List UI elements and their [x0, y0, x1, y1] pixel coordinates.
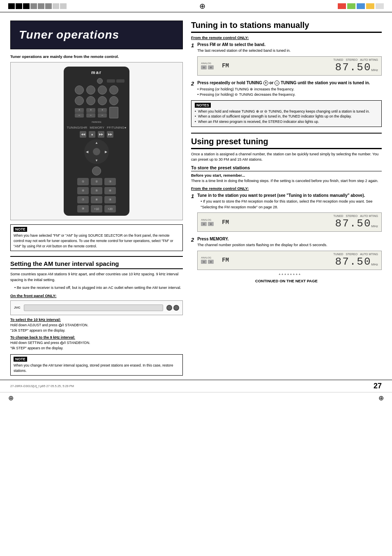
preset-step-num-1: 1 — [191, 193, 194, 199]
remote-source-row — [75, 85, 118, 95]
num-plus20: +20 — [104, 205, 116, 212]
display-fm-p2: FM — [222, 257, 229, 263]
display-left-p1: ANALOG ① ② — [201, 219, 214, 226]
bass-up: + — [98, 108, 107, 112]
display-left-p2: ANALOG ① ② — [201, 256, 214, 264]
remote-btn-round — [98, 85, 107, 95]
tuning-title: Tuning in to stations manually — [191, 21, 382, 33]
bar-seg — [38, 3, 44, 9]
remote-center-btn — [92, 166, 101, 175]
num-2: ② — [91, 178, 102, 185]
remote-btn-round — [75, 85, 84, 95]
display-indicators-p2: TUNED STEREO AUTO MTING — [333, 253, 378, 256]
am-section-title: Setting the AM tuner interval spacing — [10, 260, 183, 269]
remote-top-buttons — [107, 79, 125, 83]
panel-brand-label: JVC — [14, 306, 21, 309]
remote-btn-round — [86, 85, 95, 95]
tuned-indicator-p1: TUNED — [333, 215, 343, 217]
step-num-2: 2 — [191, 81, 194, 87]
tune-up-down: + − — [86, 108, 95, 118]
note-label: NOTE — [14, 227, 27, 232]
bar-seg — [45, 3, 52, 9]
bass-up-down: + − — [98, 108, 107, 118]
step-1-desc: The last received station of the selecte… — [197, 48, 382, 54]
bar-seg — [53, 3, 59, 9]
icon-2: ② — [208, 65, 214, 69]
bar-seg — [30, 3, 37, 9]
display-mhz-p1: MHz — [371, 224, 378, 228]
ff-tuning-label: FF/TUNING● — [107, 126, 127, 129]
analog-label-p2: ANALOG — [201, 256, 214, 259]
am-tuner-section: Setting the AM tuner interval spacing So… — [10, 256, 183, 376]
num-row-3: ⑦ ⑧ ⑨ — [77, 196, 116, 203]
remote-btn-round — [109, 96, 118, 105]
remote-label-row: FM/MODE — [67, 120, 126, 124]
auto-mting-indicator: AUTO MTING — [360, 58, 378, 61]
preset-step-1-content: Tune in to the station you want to prese… — [197, 193, 382, 234]
bar-seg — [60, 3, 67, 9]
num-1: ① — [77, 178, 89, 185]
vol-down: − — [75, 113, 84, 118]
preset-divider — [191, 133, 382, 134]
color-bar-white — [376, 3, 384, 9]
am-section-body: Some countries space AM stations 9 kHz a… — [10, 272, 183, 283]
display-icons-p2: ① ② — [201, 260, 214, 264]
dpad: ▲ ◀ ▶ ▼ — [84, 139, 109, 164]
remote-transport-btns: ◀◀ ■ ▶▶ ▶▶ — [80, 131, 113, 138]
prev-btn: ◀◀ — [80, 131, 86, 138]
display-box-preset-2: ANALOG ① ② FM TUNED STEREO — [197, 251, 382, 270]
bass-down: − — [98, 113, 107, 118]
am-bullet: Be sure the receiver is turned off, but … — [10, 285, 183, 291]
play-btn: ▶▶ — [98, 131, 104, 138]
note-item-2: When a station of sufficient signal stre… — [195, 114, 378, 119]
remote-volume-row: + − + − + − — [75, 107, 118, 118]
bottom-bar: 27-28RX-D301S[U]_f.p65 27 05.5.25, 5:29 … — [0, 380, 392, 392]
remote-btn-tall — [109, 107, 118, 118]
panel-knob-2 — [173, 305, 179, 311]
preset-title: Using preset tuning — [191, 137, 382, 149]
display-mhz-p2: MHz — [371, 263, 378, 266]
vol-up: + — [75, 108, 84, 112]
color-bar-green — [347, 3, 355, 9]
front-panel-illustration: JVC — [10, 300, 183, 315]
display-box-1: ANALOG ① ② FM TUNED STEREO — [197, 56, 382, 76]
auto-mting-indicator-p2: AUTO MTING — [360, 253, 378, 256]
right-column: Tuning in to stations manually From the … — [191, 21, 382, 376]
panel-knob-1 — [166, 305, 172, 311]
remote-btn — [116, 79, 125, 83]
display-freq-1: 87.50 — [335, 61, 371, 74]
step-1-title: Press FM or AM to select the band. — [197, 42, 382, 47]
step-2-bullet2: • Pressing (or holding) ⊖ TUNING decreas… — [197, 92, 382, 98]
crosshair-bottom-left: ⊕ — [8, 394, 14, 402]
label-fmmode: FM/MODE — [92, 121, 101, 123]
icon-p2-2: ② — [208, 260, 214, 264]
remote-brand: mar — [91, 70, 102, 75]
display-freq-p1: 87.50 — [335, 217, 371, 230]
icon-p2-1: ① — [201, 260, 207, 264]
bar-seg — [16, 3, 22, 9]
tuned-indicator-p2: TUNED — [333, 253, 343, 256]
bar-seg — [8, 3, 15, 9]
preset-intro: Once a station is assigned a channel num… — [191, 152, 382, 163]
title-box: Tuner operations — [10, 21, 183, 49]
tuning-plus-icon: + — [263, 81, 268, 85]
preset-step-2-desc: The channel number position starts flash… — [197, 242, 382, 248]
remote-btn-round — [86, 96, 95, 105]
top-bar-left-deco — [8, 3, 67, 9]
dpad-left: ◀ — [86, 150, 88, 154]
ff-btn: ▶▶ — [107, 131, 113, 138]
display-icons: ① ② — [201, 65, 214, 69]
dpad-center — [93, 148, 100, 155]
stereo-indicator-p2: STEREO — [346, 253, 357, 256]
num-4: ④ — [77, 187, 89, 194]
display-icons-p1: ① ② — [201, 222, 214, 226]
page-title: Tuner operations — [19, 28, 174, 42]
note-item-1: When you hold and release TUNING ⊕ or ⊖ … — [195, 109, 378, 114]
num-10: ⑩ — [77, 205, 89, 212]
from-remote-label-1: From the remote control ONLY: — [191, 35, 382, 40]
preset-step-num-2: 2 — [191, 237, 194, 243]
remote-control: mar — [64, 67, 129, 216]
note2-label: NOTE — [14, 357, 27, 362]
preset-step-1: 1 Tune in to the station you want to pre… — [191, 193, 382, 234]
tuning-back-label: TUNING/SHR — [67, 126, 87, 129]
